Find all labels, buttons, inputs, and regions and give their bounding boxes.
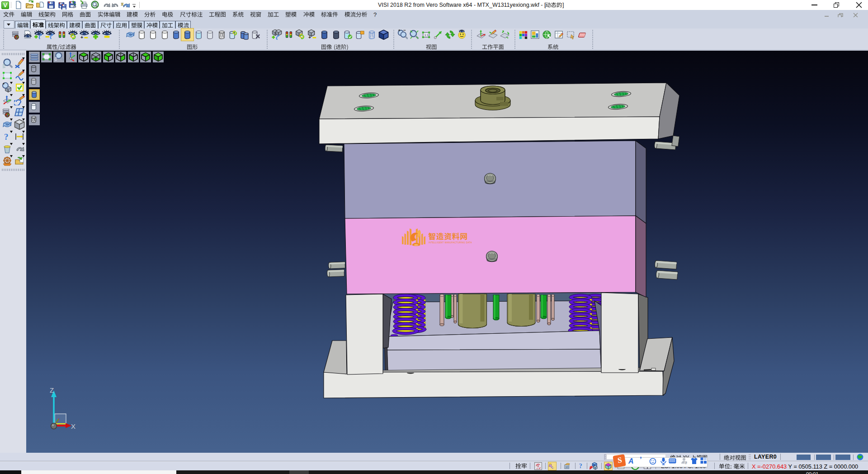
svg-text:7: 7 — [685, 461, 687, 465]
svg-text:1:1: 1:1 — [425, 33, 429, 37]
svg-text:X: X — [71, 422, 75, 430]
svg-text:+: + — [308, 34, 311, 40]
svg-text:+: + — [80, 34, 83, 40]
svg-text:Z: Z — [50, 386, 54, 394]
svg-text:10: 10 — [565, 465, 569, 469]
svg-text:INTELLIGENT MANUFACTURING DATA: INTELLIGENT MANUFACTURING DATA — [429, 242, 472, 244]
svg-text:?: ? — [4, 132, 9, 142]
svg-text:?: ? — [579, 463, 582, 469]
svg-text:3: 3 — [537, 465, 539, 468]
